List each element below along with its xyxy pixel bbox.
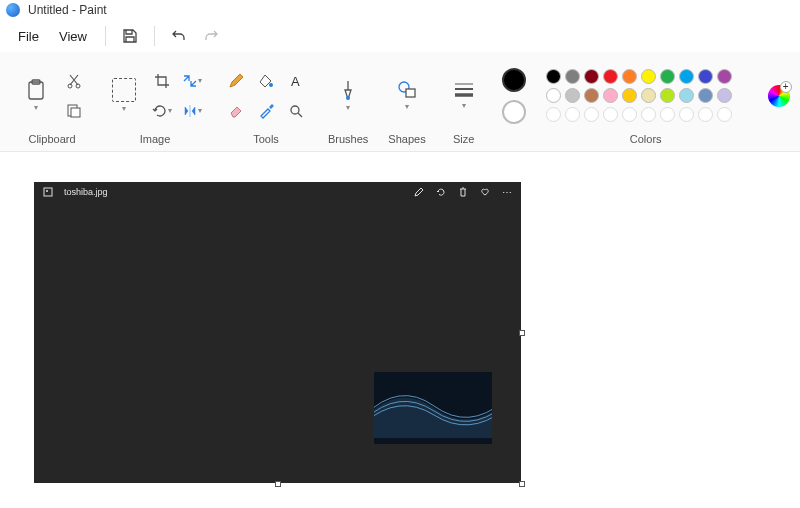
paint-app-icon xyxy=(6,3,20,17)
eraser-tool[interactable] xyxy=(224,99,248,123)
crop-button[interactable] xyxy=(150,69,174,93)
menubar: File View xyxy=(0,20,800,52)
select-button[interactable]: ▾ xyxy=(106,72,142,120)
shapes-button[interactable]: ▾ xyxy=(389,72,425,120)
divider xyxy=(154,26,155,46)
colors-group: Colors xyxy=(492,56,800,151)
color-swatch[interactable] xyxy=(546,69,561,84)
flip-button[interactable]: ▾ xyxy=(180,99,204,123)
magnifier-tool[interactable] xyxy=(284,99,308,123)
color-swatch[interactable] xyxy=(603,88,618,103)
color-swatch[interactable] xyxy=(641,107,656,122)
resize-handle-s[interactable] xyxy=(275,481,281,487)
resize-button[interactable]: ▾ xyxy=(180,69,204,93)
color-swatch[interactable] xyxy=(717,107,732,122)
color-swatch[interactable] xyxy=(698,107,713,122)
color-swatch[interactable] xyxy=(698,88,713,103)
color-swatch[interactable] xyxy=(660,88,675,103)
colors-label: Colors xyxy=(630,133,662,149)
view-menu[interactable]: View xyxy=(51,25,95,48)
rotate-icon[interactable] xyxy=(435,186,447,198)
palette xyxy=(546,69,732,122)
svg-rect-5 xyxy=(71,108,80,117)
svg-rect-11 xyxy=(406,89,415,97)
photos-app-icon xyxy=(42,186,54,198)
divider xyxy=(105,26,106,46)
color-swatch[interactable] xyxy=(641,69,656,84)
svg-point-16 xyxy=(46,190,48,192)
window-title: Untitled - Paint xyxy=(28,3,107,17)
clipboard-label: Clipboard xyxy=(28,133,75,149)
tools-group: A Tools xyxy=(214,56,318,151)
color-swatch[interactable] xyxy=(679,88,694,103)
color-swatch[interactable] xyxy=(565,107,580,122)
color-swatch[interactable] xyxy=(603,107,618,122)
edit-colors-button[interactable] xyxy=(768,85,790,107)
shapes-group: ▾ Shapes xyxy=(378,56,435,151)
canvas[interactable]: toshiba.jpg ⋯ xyxy=(34,182,521,483)
tools-label: Tools xyxy=(253,133,279,149)
color-swatch[interactable] xyxy=(584,107,599,122)
size-button[interactable]: ▾ xyxy=(446,72,482,120)
color-swatch[interactable] xyxy=(584,88,599,103)
svg-text:A: A xyxy=(291,74,300,89)
edit-icon[interactable] xyxy=(413,186,425,198)
svg-rect-15 xyxy=(44,188,52,196)
undo-button[interactable] xyxy=(165,22,193,50)
color-swatch[interactable] xyxy=(622,88,637,103)
color-swatch[interactable] xyxy=(660,69,675,84)
resize-handle-se[interactable] xyxy=(519,481,525,487)
color-swatch[interactable] xyxy=(565,88,580,103)
color-swatch[interactable] xyxy=(698,69,713,84)
file-menu[interactable]: File xyxy=(10,25,47,48)
text-tool[interactable]: A xyxy=(284,69,308,93)
favorite-icon[interactable] xyxy=(479,186,491,198)
fill-tool[interactable] xyxy=(254,69,278,93)
canvas-area: toshiba.jpg ⋯ xyxy=(0,152,800,483)
rotate-button[interactable]: ▾ xyxy=(150,99,174,123)
color-swatch[interactable] xyxy=(584,69,599,84)
color-swatch[interactable] xyxy=(546,107,561,122)
color-picker-tool[interactable] xyxy=(254,99,278,123)
color-1-button[interactable] xyxy=(502,68,526,92)
chevron-down-icon: ▾ xyxy=(34,103,38,112)
resize-handle-e[interactable] xyxy=(519,330,525,336)
more-icon[interactable]: ⋯ xyxy=(501,186,513,198)
color-swatch[interactable] xyxy=(717,88,732,103)
color-swatch[interactable] xyxy=(546,88,561,103)
delete-icon[interactable] xyxy=(457,186,469,198)
cut-button[interactable] xyxy=(62,69,86,93)
image-group: ▾ ▾ ▾ ▾ Image xyxy=(96,56,214,151)
titlebar: Untitled - Paint xyxy=(0,0,800,20)
brushes-button[interactable]: ▾ xyxy=(330,72,366,120)
svg-point-9 xyxy=(346,96,350,100)
save-button[interactable] xyxy=(116,22,144,50)
embedded-thumbnail xyxy=(374,372,492,444)
embedded-photos-titlebar: toshiba.jpg ⋯ xyxy=(34,182,521,202)
paste-button[interactable]: ▾ xyxy=(18,72,54,120)
redo-button xyxy=(197,22,225,50)
chevron-down-icon: ▾ xyxy=(462,101,466,110)
color-swatch[interactable] xyxy=(660,107,675,122)
select-icon xyxy=(112,78,136,102)
chevron-down-icon: ▾ xyxy=(405,102,409,111)
canvas-wrap: toshiba.jpg ⋯ xyxy=(34,182,521,483)
shapes-label: Shapes xyxy=(388,133,425,149)
svg-point-6 xyxy=(269,83,273,87)
brushes-group: ▾ Brushes xyxy=(318,56,378,151)
color-swatch[interactable] xyxy=(641,88,656,103)
color-swatch[interactable] xyxy=(622,107,637,122)
color-swatch[interactable] xyxy=(679,69,694,84)
chevron-down-icon: ▾ xyxy=(122,104,126,113)
copy-button[interactable] xyxy=(62,99,86,123)
color-swatch[interactable] xyxy=(717,69,732,84)
color-swatch[interactable] xyxy=(603,69,618,84)
pencil-tool[interactable] xyxy=(224,69,248,93)
color-swatch[interactable] xyxy=(622,69,637,84)
color-2-button[interactable] xyxy=(502,100,526,124)
color-swatch[interactable] xyxy=(565,69,580,84)
color-swatch[interactable] xyxy=(679,107,694,122)
size-group: ▾ Size xyxy=(436,56,492,151)
image-label: Image xyxy=(140,133,171,149)
clipboard-group: ▾ Clipboard xyxy=(8,56,96,151)
